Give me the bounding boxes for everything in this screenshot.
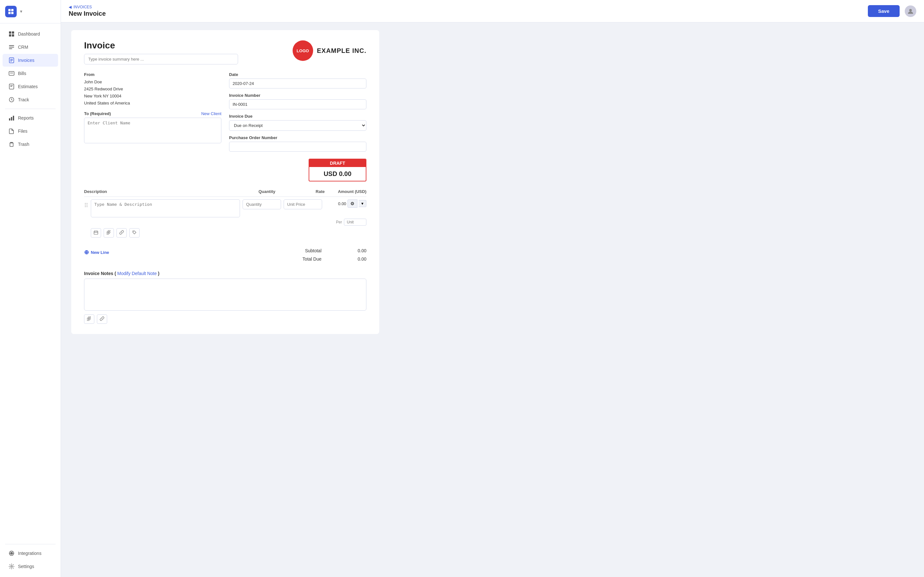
- date-input[interactable]: [229, 79, 367, 89]
- sidebar-item-label: CRM: [18, 45, 28, 50]
- invoice-summary-input[interactable]: [84, 54, 238, 64]
- sidebar-item-label: Files: [18, 129, 27, 134]
- invoice-title-section: Invoice: [84, 40, 238, 64]
- chevron-down-button[interactable]: ▼: [359, 200, 367, 207]
- sidebar-item-label: Dashboard: [18, 31, 40, 37]
- notes-attachment-button[interactable]: [84, 314, 94, 324]
- invoice-number-group: Invoice Number: [229, 93, 367, 109]
- po-input[interactable]: [229, 142, 367, 152]
- avatar: [905, 5, 916, 17]
- amount-value: 0.00: [327, 201, 346, 206]
- tag-tool-button[interactable]: [129, 228, 140, 237]
- amount-area: 0.00 ⚙ ▼: [325, 199, 367, 208]
- sidebar-item-reports[interactable]: Reports: [3, 111, 58, 124]
- notes-textarea[interactable]: [84, 279, 367, 311]
- from-address2: New York NY 10004: [84, 93, 221, 100]
- reports-icon: [8, 115, 15, 121]
- total-due-value: 0.00: [347, 256, 367, 261]
- draft-badge-area: DRAFT USD 0.00: [229, 159, 367, 181]
- amount-header: Amount (USD): [325, 189, 367, 194]
- left-form: From John Doe 2425 Redwood Drive New Yor…: [84, 72, 221, 181]
- attachment-tool-button[interactable]: [103, 228, 114, 237]
- sidebar-item-track[interactable]: Track: [3, 93, 58, 106]
- content-area: Invoice LOGO EXAMPLE INC. From: [61, 23, 924, 577]
- description-input[interactable]: [91, 199, 240, 218]
- draft-label: DRAFT: [309, 159, 366, 167]
- new-line-section: ⊕ New Line Subtotal 0.00 Total Due 0.00: [84, 242, 367, 263]
- dashboard-icon: [8, 31, 15, 37]
- new-client-link[interactable]: New Client: [201, 111, 221, 116]
- quantity-input[interactable]: [242, 199, 281, 210]
- topbar-left: ◀ INVOICES New Invoice: [69, 5, 106, 17]
- draft-amount: USD 0.00: [309, 167, 366, 181]
- invoice-card: Invoice LOGO EXAMPLE INC. From: [71, 30, 379, 334]
- from-name: John Doe: [84, 79, 221, 85]
- total-due-row: Total Due 0.00: [302, 255, 367, 263]
- per-unit-row: Per: [91, 219, 367, 226]
- sidebar-item-trash[interactable]: Trash: [3, 138, 58, 151]
- topbar: ◀ INVOICES New Invoice Save: [61, 0, 924, 23]
- sidebar-nav: Dashboard CRM Invoices Bills: [0, 23, 61, 538]
- company-logo-icon: LOGO: [292, 40, 313, 61]
- from-section: From John Doe 2425 Redwood Drive New Yor…: [84, 72, 221, 107]
- page-title: New Invoice: [69, 10, 106, 17]
- invoice-due-select[interactable]: Due on Receipt Net 15 Net 30 Net 60 Cust…: [229, 120, 367, 131]
- settings-icon: [8, 563, 15, 570]
- svg-rect-0: [8, 9, 11, 11]
- sidebar-item-settings[interactable]: Settings: [3, 560, 58, 573]
- sidebar-item-bills[interactable]: Bills: [3, 67, 58, 80]
- notes-link-button[interactable]: [97, 314, 107, 324]
- unit-input[interactable]: [344, 219, 367, 226]
- svg-point-28: [11, 566, 13, 567]
- sidebar-item-files[interactable]: Files: [3, 125, 58, 137]
- po-label: Purchase Order Number: [229, 135, 367, 140]
- invoice-title: Invoice: [84, 40, 238, 51]
- svg-rect-5: [12, 31, 14, 34]
- desc-header: Description: [84, 189, 248, 194]
- gear-button[interactable]: ⚙: [347, 199, 357, 208]
- topbar-right: Save: [868, 5, 916, 17]
- sidebar-item-label: Invoices: [18, 58, 34, 63]
- line-item-tools: [91, 226, 367, 239]
- drag-handle-icon[interactable]: ⠿: [84, 199, 88, 209]
- breadcrumb-arrow-icon: ◀: [69, 5, 71, 9]
- sidebar-item-crm[interactable]: CRM: [3, 41, 58, 53]
- sidebar-item-estimates[interactable]: Estimates: [3, 80, 58, 93]
- trash-icon: [8, 141, 15, 147]
- svg-rect-13: [10, 60, 13, 61]
- sidebar-item-invoices[interactable]: Invoices: [3, 54, 58, 67]
- from-info: John Doe 2425 Redwood Drive New York NY …: [84, 79, 221, 107]
- client-name-input[interactable]: [84, 118, 221, 143]
- form-section: From John Doe 2425 Redwood Drive New Yor…: [84, 72, 367, 181]
- svg-rect-12: [10, 59, 13, 60]
- new-line-button[interactable]: ⊕ New Line: [84, 246, 109, 258]
- svg-rect-10: [9, 48, 12, 49]
- modify-default-note-link[interactable]: Modify Default Note: [117, 271, 157, 276]
- invoice-number-input[interactable]: [229, 99, 367, 109]
- svg-rect-16: [10, 73, 13, 73]
- subtotal-row: Subtotal 0.00: [302, 247, 367, 255]
- sidebar: ▼ Dashboard CRM Invoices: [0, 0, 61, 577]
- breadcrumb[interactable]: ◀ INVOICES: [69, 5, 106, 9]
- files-icon: [8, 128, 15, 134]
- save-button[interactable]: Save: [868, 5, 900, 17]
- invoices-icon: [8, 57, 15, 63]
- main-area: ◀ INVOICES New Invoice Save Invoice: [61, 0, 924, 577]
- svg-rect-21: [9, 118, 10, 121]
- calendar-tool-button[interactable]: [91, 228, 101, 237]
- sidebar-item-integrations[interactable]: Integrations: [3, 547, 58, 560]
- sidebar-divider-2: [5, 544, 55, 544]
- app-logo-icon: [5, 6, 17, 17]
- svg-rect-14: [10, 61, 12, 61]
- svg-rect-6: [9, 34, 11, 37]
- from-address1: 2425 Redwood Drive: [84, 85, 221, 93]
- to-section: To (Required) New Client: [84, 111, 221, 145]
- unit-price-input[interactable]: [284, 199, 322, 210]
- link-tool-button[interactable]: [116, 228, 127, 237]
- sidebar-item-dashboard[interactable]: Dashboard: [3, 27, 58, 40]
- sidebar-item-label: Bills: [18, 71, 26, 76]
- invoice-due-group: Invoice Due Due on Receipt Net 15 Net 30…: [229, 114, 367, 131]
- po-group: Purchase Order Number: [229, 135, 367, 152]
- per-label: Per: [336, 220, 342, 224]
- line-items-section: Description Quantity Rate Amount (USD) ⠿: [84, 189, 367, 263]
